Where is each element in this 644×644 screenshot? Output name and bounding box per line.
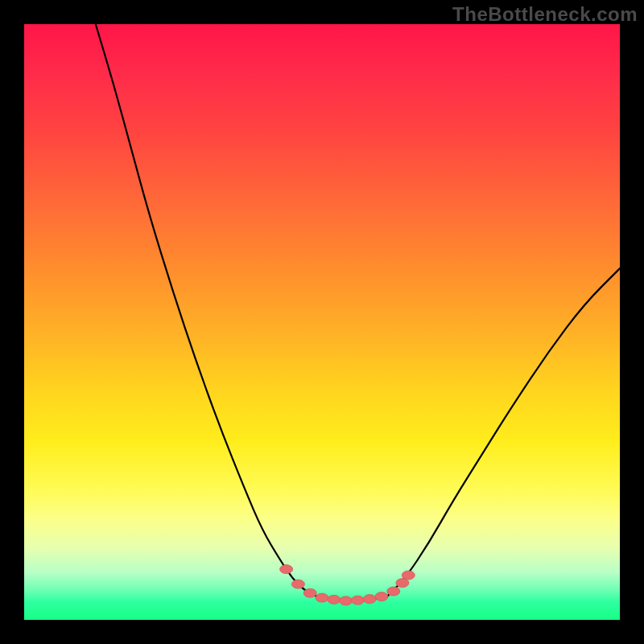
bottleneck-curve [96, 24, 620, 601]
valley-marker [280, 565, 293, 574]
watermark-text: TheBottleneck.com [452, 3, 638, 26]
valley-marker [316, 593, 328, 602]
valley-marker [351, 596, 364, 605]
valley-marker [375, 592, 388, 601]
valley-marker [363, 595, 376, 604]
valley-marker [402, 571, 415, 580]
valley-markers [280, 565, 415, 605]
valley-marker [340, 597, 353, 605]
valley-marker [291, 580, 304, 588]
chart-frame: TheBottleneck.com [0, 0, 644, 644]
valley-marker [387, 587, 400, 596]
plot-area [24, 24, 620, 620]
valley-marker [303, 588, 316, 597]
valley-marker [328, 595, 341, 604]
chart-svg [24, 24, 620, 620]
